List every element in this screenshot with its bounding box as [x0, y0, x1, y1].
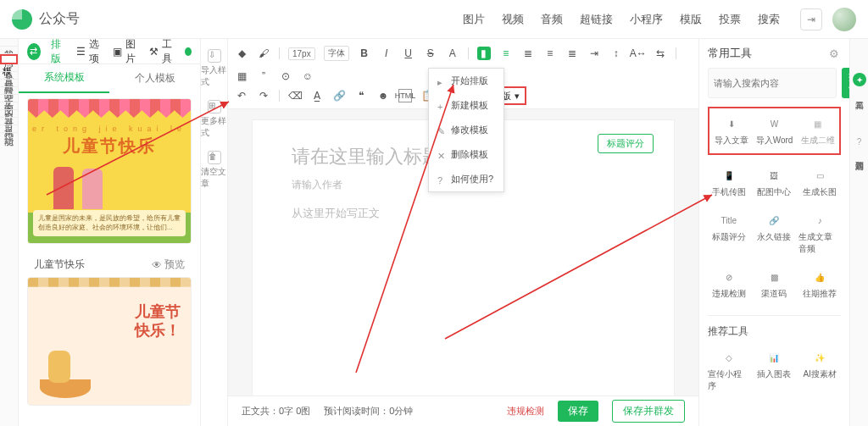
- readtime-label: 预计阅读时间：0分钟: [324, 405, 413, 418]
- subtab-system[interactable]: 系统模板: [19, 64, 109, 93]
- save-button[interactable]: 保存: [558, 401, 598, 422]
- preview-button[interactable]: 👁 预览: [152, 257, 185, 272]
- italic-icon[interactable]: I: [380, 47, 393, 60]
- tool-chart[interactable]: 📊插入图表: [754, 346, 796, 396]
- align-center-icon[interactable]: ≣: [521, 47, 535, 60]
- tab-tool[interactable]: ⚒ 工具: [149, 37, 175, 66]
- vnav-body[interactable]: 正文: [0, 87, 18, 95]
- tool-past[interactable]: 👍往期推荐: [798, 265, 841, 303]
- fontfamily-select[interactable]: 字体: [324, 46, 349, 61]
- tool-violation[interactable]: ⊘违规检测: [708, 265, 750, 303]
- template-pinyin: er tong jie kuai le: [28, 124, 191, 133]
- save-group-button[interactable]: 保存并群发: [612, 400, 685, 423]
- bold-icon[interactable]: B: [358, 47, 371, 60]
- tool-channel[interactable]: ▩渠道码: [754, 265, 796, 303]
- header-tab-search[interactable]: 搜索: [758, 12, 780, 27]
- align-left-icon[interactable]: ≡: [499, 47, 513, 60]
- header-tab-link[interactable]: 超链接: [580, 12, 613, 27]
- status-dot: [185, 47, 192, 56]
- link-icon[interactable]: 🔗: [332, 89, 346, 102]
- lineheight-icon[interactable]: ↕: [609, 47, 623, 60]
- vnav-holiday[interactable]: 节日: [0, 110, 18, 118]
- vnav-divider[interactable]: 分隔: [0, 80, 18, 87]
- undo-icon[interactable]: ↶: [235, 89, 248, 102]
- clock-icon[interactable]: ⊙: [279, 69, 292, 83]
- highlight-icon[interactable]: A̲: [310, 89, 324, 102]
- bottom-bar: 正文共：0字 0图 预计阅读时间：0分钟 违规检测 保存 保存并群发: [228, 396, 698, 426]
- tool-aisearch[interactable]: ✨AI搜素材: [798, 346, 841, 396]
- tool-miniapp[interactable]: ◇宣传小程序: [708, 346, 750, 396]
- tab-layout-icon[interactable]: ⇄: [27, 43, 41, 60]
- header-tab-image[interactable]: 图片: [463, 12, 485, 27]
- align-right-icon[interactable]: ≡: [543, 47, 557, 60]
- brush-icon[interactable]: 🖌: [257, 47, 270, 60]
- emoji-icon[interactable]: ☺: [301, 69, 314, 83]
- redo-icon[interactable]: ↷: [257, 89, 270, 102]
- fontsize-select[interactable]: 17px: [288, 47, 315, 60]
- eyedropper-icon[interactable]: ◆: [235, 47, 248, 60]
- tool-longimg[interactable]: ▭生成长图: [798, 163, 841, 202]
- header-tab-miniapp[interactable]: 小程序: [630, 12, 663, 27]
- tool-import-word[interactable]: W导入Word: [754, 112, 794, 150]
- textcolor-icon[interactable]: A: [446, 47, 459, 60]
- header-tab-vote[interactable]: 投票: [719, 12, 741, 27]
- sidetool-import[interactable]: ⇩导入样式: [201, 49, 227, 88]
- help-icon[interactable]: ?: [857, 137, 862, 147]
- header-tab-audio[interactable]: 音频: [541, 12, 563, 27]
- toolbox-toggle[interactable]: ✦: [853, 73, 866, 86]
- vnav-func[interactable]: 功能: [0, 125, 18, 133]
- html-icon[interactable]: HTML: [398, 89, 412, 102]
- strike-icon[interactable]: S: [424, 47, 437, 60]
- vnav-template[interactable]: 模板: [0, 54, 18, 64]
- gear-icon[interactable]: ⚙: [829, 47, 841, 59]
- spacing-icon[interactable]: ⇆: [654, 47, 667, 60]
- quote-icon[interactable]: ❝: [354, 89, 368, 102]
- vnav-bg[interactable]: 背景: [0, 64, 18, 72]
- header-tab-video[interactable]: 视频: [502, 12, 524, 27]
- letterspace-icon[interactable]: A↔: [632, 47, 645, 60]
- violation-check-link[interactable]: 违规检测: [507, 405, 544, 418]
- dd-start[interactable]: ▸开始排版: [429, 69, 504, 93]
- table-icon[interactable]: ▦: [235, 69, 248, 83]
- symbol-icon[interactable]: ☻: [376, 89, 390, 102]
- tool-image-center[interactable]: 🖼配图中心: [754, 163, 796, 202]
- vnav-hot[interactable]: 热门: [0, 47, 18, 54]
- vertical-nav: 我的 热门 模板 背景 标题 分隔 正文 图文 引导 节日 风格 功能: [0, 39, 19, 426]
- align-justify-icon[interactable]: ≣: [565, 47, 579, 60]
- tool-phone-upload[interactable]: 📱手机传图: [708, 163, 750, 202]
- tool-qrcode[interactable]: ▦生成二维: [798, 112, 837, 150]
- tool-audio[interactable]: ♪生成文章音频: [798, 208, 841, 258]
- dd-edit[interactable]: ✎修改模板: [429, 118, 504, 142]
- vnav-imgtxt[interactable]: 图文: [0, 95, 18, 102]
- vnav-style[interactable]: 风格: [0, 118, 18, 125]
- tool-title-score[interactable]: Title标题评分: [708, 208, 750, 258]
- vnav-title[interactable]: 标题: [0, 72, 18, 80]
- header-tab-template[interactable]: 模版: [680, 12, 702, 27]
- tool-permalink[interactable]: 🔗永久链接: [754, 208, 796, 258]
- subtab-mine[interactable]: 个人模板: [109, 64, 200, 92]
- template-card-1[interactable]: er tong jie kuai le 儿童节快乐 儿童是国家的未来，是民族的希…: [27, 98, 192, 244]
- export-icon[interactable]: ⇥: [800, 8, 822, 30]
- body-input[interactable]: 从这里开始写正文: [292, 206, 635, 221]
- sidetool-clear[interactable]: 🗑清空文章: [201, 151, 227, 190]
- template-card-2[interactable]: 儿童节快乐！: [27, 277, 192, 406]
- underline-icon[interactable]: U: [402, 47, 415, 60]
- sidetool-more[interactable]: ⊞更多样式: [201, 100, 227, 139]
- dd-help[interactable]: ?如何使用?: [429, 167, 504, 191]
- tool-import-article[interactable]: ⬇导入文章: [711, 112, 751, 150]
- title-score-button[interactable]: 标题评分: [598, 134, 654, 153]
- avatar[interactable]: [832, 8, 856, 31]
- dd-delete[interactable]: ✕删除模板: [429, 142, 504, 167]
- dd-new[interactable]: +新建模板: [429, 93, 504, 118]
- indent-icon[interactable]: ⇥: [587, 47, 601, 60]
- wordcount-label: 正文共：0字 0图: [242, 405, 310, 418]
- vnav-mine[interactable]: 我的: [0, 39, 18, 47]
- clearformat-icon[interactable]: ⌫: [288, 89, 302, 102]
- tool-search-input[interactable]: [708, 68, 837, 98]
- bgcolor-icon[interactable]: ▮: [477, 47, 491, 60]
- tab-layout[interactable]: 排版: [51, 37, 67, 66]
- vnav-guide[interactable]: 引导: [0, 102, 18, 110]
- tab-pic[interactable]: ▣ 图片: [113, 37, 139, 66]
- tab-select[interactable]: ☰ 选项: [76, 37, 103, 66]
- code-icon[interactable]: ”: [257, 69, 270, 83]
